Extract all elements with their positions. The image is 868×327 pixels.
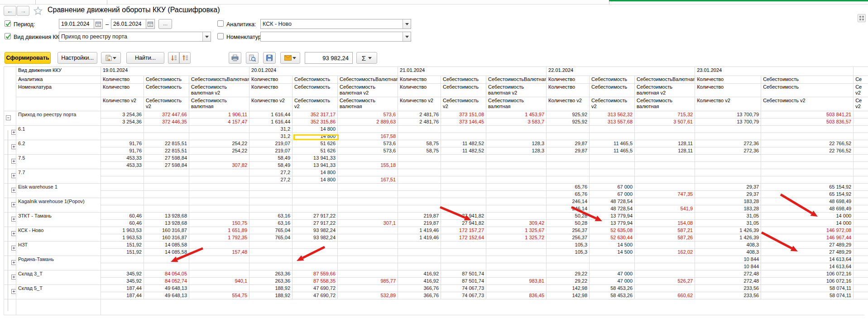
value-cell[interactable] [144, 126, 189, 133]
value-cell[interactable] [854, 126, 868, 133]
value-cell[interactable]: 836,45 [486, 292, 547, 299]
value-cell[interactable]: 128,3 [486, 147, 547, 155]
value-cell[interactable] [338, 249, 398, 256]
calendar-icon[interactable] [94, 19, 103, 29]
value-cell[interactable] [338, 213, 398, 220]
value-cell[interactable] [189, 270, 249, 278]
value-cell[interactable] [695, 155, 761, 162]
value-cell[interactable] [486, 133, 547, 140]
value-cell[interactable]: 13 941,33 [293, 162, 338, 169]
value-cell[interactable] [547, 162, 590, 169]
value-cell[interactable]: 31,2 [249, 133, 293, 140]
value-cell[interactable] [761, 169, 854, 176]
value-cell[interactable]: 715,32 [635, 111, 695, 118]
value-cell[interactable] [441, 249, 486, 256]
value-cell[interactable]: 3 583,7 [486, 118, 547, 126]
expand-expander[interactable]: + [11, 275, 16, 280]
sum-function-button[interactable]: Σ [356, 52, 377, 64]
value-cell[interactable]: 1 616,44 [249, 118, 293, 126]
value-cell[interactable]: 372 446,35 [144, 118, 189, 126]
value-cell[interactable]: 58 453,26 [590, 292, 635, 299]
value-cell[interactable]: 940,1 [189, 278, 249, 285]
value-cell[interactable] [854, 118, 868, 126]
value-cell[interactable] [398, 198, 441, 205]
value-cell[interactable]: 1 616,44 [249, 111, 293, 118]
value-cell[interactable]: 453,33 [101, 155, 144, 162]
value-cell[interactable]: 925,92 [547, 118, 590, 126]
value-cell[interactable]: 246,14 [547, 198, 590, 205]
value-cell[interactable] [486, 249, 547, 256]
value-cell[interactable] [761, 176, 854, 184]
value-cell[interactable] [854, 205, 868, 213]
value-cell[interactable] [854, 249, 868, 256]
value-cell[interactable] [547, 155, 590, 162]
value-cell[interactable]: 233,56 [695, 292, 761, 299]
value-cell[interactable] [635, 162, 695, 169]
value-cell[interactable]: 14 500 [590, 249, 635, 256]
value-cell[interactable] [635, 270, 695, 278]
value-cell[interactable] [854, 220, 868, 227]
value-cell[interactable]: 4 157,47 [189, 118, 249, 126]
column-header[interactable]: Себестоимость v2 [590, 97, 635, 111]
value-cell[interactable] [101, 176, 144, 184]
value-cell[interactable] [144, 198, 189, 205]
value-cell[interactable] [854, 263, 868, 270]
settings-button[interactable]: Настройки... [58, 52, 97, 64]
value-cell[interactable] [486, 256, 547, 263]
value-cell[interactable]: 246,14 [547, 205, 590, 213]
column-header[interactable]: Количество [547, 84, 590, 97]
value-cell[interactable] [189, 191, 249, 198]
column-header[interactable]: Себестоимость валютная [338, 97, 398, 111]
value-cell[interactable]: 58,75 [398, 147, 441, 155]
value-cell[interactable] [189, 155, 249, 162]
value-cell[interactable]: 183,28 [695, 198, 761, 205]
value-cell[interactable] [338, 169, 398, 176]
value-cell[interactable] [486, 155, 547, 162]
value-cell[interactable]: 13 928,68 [144, 213, 189, 220]
value-cell[interactable] [249, 184, 293, 191]
value-cell[interactable]: 74 067,73 [441, 285, 486, 292]
value-cell[interactable]: 52 630,44 [590, 234, 635, 242]
value-cell[interactable]: 526,27 [635, 278, 695, 285]
send-email-button[interactable] [280, 52, 300, 64]
collapse-expander[interactable]: − [6, 115, 11, 120]
value-cell[interactable] [398, 256, 441, 263]
value-cell[interactable] [101, 205, 144, 213]
value-cell[interactable]: 160 316,87 [144, 227, 189, 234]
column-header[interactable]: Себестоимость [761, 84, 854, 97]
value-cell[interactable]: 13 700,79 [695, 118, 761, 126]
value-cell[interactable] [189, 242, 249, 249]
value-cell[interactable] [590, 133, 635, 140]
back-button[interactable]: ← [4, 6, 16, 16]
value-cell[interactable] [398, 242, 441, 249]
date-header[interactable]: 19.01.2024 [101, 67, 249, 76]
value-cell[interactable] [101, 126, 144, 133]
value-cell[interactable] [695, 133, 761, 140]
value-cell[interactable] [101, 184, 144, 191]
value-cell[interactable] [547, 169, 590, 176]
value-cell[interactable]: 3 254,36 [101, 118, 144, 126]
value-cell[interactable] [486, 213, 547, 220]
value-cell[interactable]: 1 325,72 [486, 234, 547, 242]
value-cell[interactable] [398, 184, 441, 191]
value-cell[interactable] [249, 205, 293, 213]
expand-expander[interactable]: + [11, 188, 16, 193]
value-cell[interactable] [486, 126, 547, 133]
value-cell[interactable]: 10 844 [695, 256, 761, 263]
value-cell[interactable]: 256,37 [547, 227, 590, 234]
row-label[interactable]: Eisk warehouse 1 [16, 184, 101, 198]
value-cell[interactable]: 985,77 [338, 278, 398, 285]
value-cell[interactable] [761, 133, 854, 140]
value-cell[interactable] [486, 176, 547, 184]
value-cell[interactable] [189, 184, 249, 191]
value-cell[interactable] [695, 126, 761, 133]
value-cell[interactable]: 48 728,54 [590, 205, 635, 213]
value-cell[interactable] [486, 270, 547, 278]
column-header[interactable]: Себестоимость валютная v2 [338, 84, 398, 97]
value-cell[interactable]: 503 836,57 [761, 118, 854, 126]
value-cell[interactable]: 47 690,72 [293, 285, 338, 292]
value-cell[interactable]: 13 941,33 [293, 155, 338, 162]
row-label[interactable]: НЗТ [16, 242, 101, 256]
value-cell[interactable]: 14 000 [761, 220, 854, 227]
value-cell[interactable]: 142,98 [547, 285, 590, 292]
